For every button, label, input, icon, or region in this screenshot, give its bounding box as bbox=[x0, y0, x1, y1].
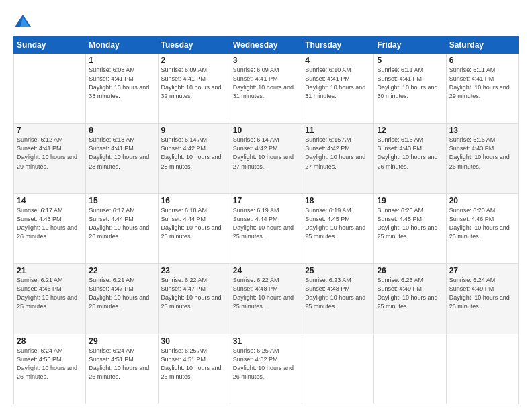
day-number: 3 bbox=[233, 56, 299, 65]
calendar-cell: 10Sunrise: 6:14 AMSunset: 4:42 PMDayligh… bbox=[230, 124, 302, 193]
calendar-cell bbox=[374, 334, 446, 404]
page: SundayMondayTuesdayWednesdayThursdayFrid… bbox=[0, 0, 532, 411]
day-number: 15 bbox=[89, 196, 154, 205]
day-number: 7 bbox=[17, 126, 83, 135]
day-info: Sunrise: 6:23 AMSunset: 4:49 PMDaylight:… bbox=[377, 276, 443, 311]
calendar-cell bbox=[302, 334, 374, 404]
day-number: 4 bbox=[305, 56, 371, 65]
day-number: 26 bbox=[377, 266, 443, 275]
day-number: 25 bbox=[305, 266, 371, 275]
day-info: Sunrise: 6:22 AMSunset: 4:48 PMDaylight:… bbox=[233, 276, 299, 311]
calendar-cell: 25Sunrise: 6:23 AMSunset: 4:48 PMDayligh… bbox=[302, 264, 374, 334]
day-info: Sunrise: 6:24 AMSunset: 4:49 PMDaylight:… bbox=[449, 276, 515, 311]
calendar-cell: 11Sunrise: 6:15 AMSunset: 4:42 PMDayligh… bbox=[302, 124, 374, 193]
calendar-cell: 2Sunrise: 6:09 AMSunset: 4:41 PMDaylight… bbox=[158, 54, 230, 124]
calendar-cell: 26Sunrise: 6:23 AMSunset: 4:49 PMDayligh… bbox=[374, 264, 446, 334]
calendar-cell: 21Sunrise: 6:21 AMSunset: 4:46 PMDayligh… bbox=[14, 264, 86, 334]
weekday-header-friday: Friday bbox=[374, 37, 446, 54]
day-number: 5 bbox=[377, 56, 443, 65]
day-number: 2 bbox=[161, 56, 227, 65]
day-number: 10 bbox=[233, 126, 299, 135]
calendar-cell: 27Sunrise: 6:24 AMSunset: 4:49 PMDayligh… bbox=[446, 264, 518, 334]
weekday-header-thursday: Thursday bbox=[302, 37, 374, 54]
day-info: Sunrise: 6:20 AMSunset: 4:45 PMDaylight:… bbox=[377, 206, 443, 241]
day-info: Sunrise: 6:10 AMSunset: 4:41 PMDaylight:… bbox=[305, 66, 371, 101]
day-info: Sunrise: 6:08 AMSunset: 4:41 PMDaylight:… bbox=[89, 66, 154, 101]
day-info: Sunrise: 6:25 AMSunset: 4:52 PMDaylight:… bbox=[233, 347, 299, 381]
day-info: Sunrise: 6:22 AMSunset: 4:47 PMDaylight:… bbox=[161, 276, 227, 311]
day-number: 6 bbox=[449, 56, 515, 65]
logo-icon bbox=[13, 12, 32, 31]
calendar-cell: 14Sunrise: 6:17 AMSunset: 4:43 PMDayligh… bbox=[14, 193, 86, 263]
day-number: 19 bbox=[377, 196, 443, 205]
calendar-cell: 16Sunrise: 6:18 AMSunset: 4:44 PMDayligh… bbox=[158, 193, 230, 263]
day-info: Sunrise: 6:19 AMSunset: 4:45 PMDaylight:… bbox=[305, 206, 371, 241]
day-info: Sunrise: 6:11 AMSunset: 4:41 PMDaylight:… bbox=[377, 66, 443, 101]
day-info: Sunrise: 6:12 AMSunset: 4:41 PMDaylight:… bbox=[17, 136, 83, 171]
calendar-cell: 31Sunrise: 6:25 AMSunset: 4:52 PMDayligh… bbox=[230, 334, 302, 404]
calendar-cell: 5Sunrise: 6:11 AMSunset: 4:41 PMDaylight… bbox=[374, 54, 446, 124]
calendar-cell: 12Sunrise: 6:16 AMSunset: 4:43 PMDayligh… bbox=[374, 124, 446, 193]
calendar-cell: 8Sunrise: 6:13 AMSunset: 4:41 PMDaylight… bbox=[86, 124, 158, 193]
day-info: Sunrise: 6:13 AMSunset: 4:41 PMDaylight:… bbox=[89, 136, 154, 171]
day-info: Sunrise: 6:18 AMSunset: 4:44 PMDaylight:… bbox=[161, 206, 227, 241]
day-info: Sunrise: 6:09 AMSunset: 4:41 PMDaylight:… bbox=[161, 66, 227, 101]
top-section bbox=[13, 12, 519, 31]
calendar-cell: 28Sunrise: 6:24 AMSunset: 4:50 PMDayligh… bbox=[14, 334, 86, 404]
day-info: Sunrise: 6:23 AMSunset: 4:48 PMDaylight:… bbox=[305, 276, 371, 311]
day-info: Sunrise: 6:15 AMSunset: 4:42 PMDaylight:… bbox=[305, 136, 371, 171]
calendar-cell: 13Sunrise: 6:16 AMSunset: 4:43 PMDayligh… bbox=[446, 124, 518, 193]
weekday-header-tuesday: Tuesday bbox=[158, 37, 230, 54]
weekday-header-sunday: Sunday bbox=[14, 37, 86, 54]
weekday-header-wednesday: Wednesday bbox=[230, 37, 302, 54]
day-number: 11 bbox=[305, 126, 371, 135]
day-number: 17 bbox=[233, 196, 299, 205]
calendar-cell: 3Sunrise: 6:09 AMSunset: 4:41 PMDaylight… bbox=[230, 54, 302, 124]
day-info: Sunrise: 6:16 AMSunset: 4:43 PMDaylight:… bbox=[449, 136, 515, 171]
calendar-table: SundayMondayTuesdayWednesdayThursdayFrid… bbox=[13, 36, 519, 404]
calendar-cell: 22Sunrise: 6:21 AMSunset: 4:47 PMDayligh… bbox=[86, 264, 158, 334]
day-number: 18 bbox=[305, 196, 371, 205]
calendar-cell: 24Sunrise: 6:22 AMSunset: 4:48 PMDayligh… bbox=[230, 264, 302, 334]
day-info: Sunrise: 6:20 AMSunset: 4:46 PMDaylight:… bbox=[449, 206, 515, 241]
day-number: 28 bbox=[17, 336, 83, 346]
day-number: 24 bbox=[233, 266, 299, 275]
day-info: Sunrise: 6:14 AMSunset: 4:42 PMDaylight:… bbox=[161, 136, 227, 171]
weekday-header-monday: Monday bbox=[86, 37, 158, 54]
calendar-cell: 17Sunrise: 6:19 AMSunset: 4:44 PMDayligh… bbox=[230, 193, 302, 263]
day-info: Sunrise: 6:21 AMSunset: 4:46 PMDaylight:… bbox=[17, 276, 83, 311]
calendar-week-row: 28Sunrise: 6:24 AMSunset: 4:50 PMDayligh… bbox=[14, 334, 519, 404]
calendar-cell: 20Sunrise: 6:20 AMSunset: 4:46 PMDayligh… bbox=[446, 193, 518, 263]
day-info: Sunrise: 6:24 AMSunset: 4:51 PMDaylight:… bbox=[89, 347, 154, 381]
calendar-cell: 23Sunrise: 6:22 AMSunset: 4:47 PMDayligh… bbox=[158, 264, 230, 334]
day-number: 30 bbox=[161, 336, 227, 346]
calendar-cell bbox=[446, 334, 518, 404]
weekday-header-row: SundayMondayTuesdayWednesdayThursdayFrid… bbox=[14, 37, 519, 54]
calendar-cell: 18Sunrise: 6:19 AMSunset: 4:45 PMDayligh… bbox=[302, 193, 374, 263]
day-info: Sunrise: 6:17 AMSunset: 4:44 PMDaylight:… bbox=[89, 206, 154, 241]
calendar-cell: 15Sunrise: 6:17 AMSunset: 4:44 PMDayligh… bbox=[86, 193, 158, 263]
day-number: 23 bbox=[161, 266, 227, 275]
day-number: 13 bbox=[449, 126, 515, 135]
calendar-week-row: 14Sunrise: 6:17 AMSunset: 4:43 PMDayligh… bbox=[14, 193, 519, 263]
day-number: 21 bbox=[17, 266, 83, 275]
calendar-cell: 30Sunrise: 6:25 AMSunset: 4:51 PMDayligh… bbox=[158, 334, 230, 404]
day-info: Sunrise: 6:14 AMSunset: 4:42 PMDaylight:… bbox=[233, 136, 299, 171]
calendar-cell: 1Sunrise: 6:08 AMSunset: 4:41 PMDaylight… bbox=[86, 54, 158, 124]
calendar-cell: 6Sunrise: 6:11 AMSunset: 4:41 PMDaylight… bbox=[446, 54, 518, 124]
calendar-cell bbox=[14, 54, 86, 124]
logo bbox=[13, 12, 35, 31]
day-number: 27 bbox=[449, 266, 515, 275]
calendar-week-row: 7Sunrise: 6:12 AMSunset: 4:41 PMDaylight… bbox=[14, 124, 519, 193]
calendar-body: 1Sunrise: 6:08 AMSunset: 4:41 PMDaylight… bbox=[14, 54, 519, 404]
calendar-cell: 4Sunrise: 6:10 AMSunset: 4:41 PMDaylight… bbox=[302, 54, 374, 124]
day-number: 22 bbox=[89, 266, 154, 275]
day-info: Sunrise: 6:25 AMSunset: 4:51 PMDaylight:… bbox=[161, 347, 227, 381]
day-info: Sunrise: 6:11 AMSunset: 4:41 PMDaylight:… bbox=[449, 66, 515, 101]
day-info: Sunrise: 6:16 AMSunset: 4:43 PMDaylight:… bbox=[377, 136, 443, 171]
calendar-header: SundayMondayTuesdayWednesdayThursdayFrid… bbox=[14, 37, 519, 54]
day-number: 16 bbox=[161, 196, 227, 205]
day-info: Sunrise: 6:09 AMSunset: 4:41 PMDaylight:… bbox=[233, 66, 299, 101]
day-number: 31 bbox=[233, 336, 299, 346]
day-info: Sunrise: 6:17 AMSunset: 4:43 PMDaylight:… bbox=[17, 206, 83, 241]
